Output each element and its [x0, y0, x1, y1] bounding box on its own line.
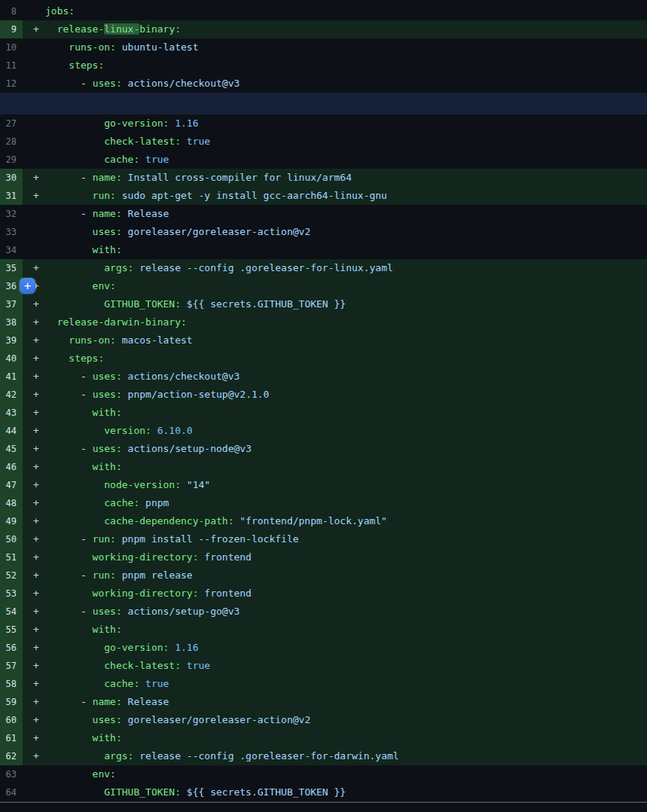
diff-line-48: 48+ cache: pnpm: [0, 494, 647, 512]
line-number[interactable]: 43: [0, 404, 23, 422]
diff-marker: +: [33, 259, 45, 277]
code-token: args:: [45, 262, 133, 273]
code-token: release-darwin-binary:: [45, 316, 187, 328]
code-line: + release-linux-binary:: [23, 20, 647, 38]
code-token: -: [45, 78, 93, 89]
line-number[interactable]: 51: [0, 548, 23, 566]
diff-marker: [33, 151, 45, 169]
diff-line-51: 51+ working-directory: frontend: [0, 548, 647, 566]
code-line: + with:: [23, 729, 647, 747]
line-number[interactable]: 61: [0, 729, 23, 747]
line-number[interactable]: 9: [0, 20, 23, 38]
code-token: check-latest:: [45, 660, 181, 671]
line-number[interactable]: 39: [0, 331, 23, 350]
line-number[interactable]: 11: [0, 56, 23, 75]
line-number[interactable]: 42: [0, 386, 23, 404]
code-token: ubuntu-latest: [116, 41, 199, 53]
code-line: env:: [23, 765, 647, 783]
code-token: cache-dependency-path:: [45, 515, 233, 527]
code-token: "14": [181, 479, 210, 490]
code-token: cache:: [45, 497, 139, 508]
line-number[interactable]: 56: [0, 639, 23, 657]
code-token: with:: [45, 407, 122, 418]
line-number[interactable]: 52: [0, 566, 23, 585]
code-token: release --config .goreleaser-for-darwin.…: [133, 750, 398, 762]
line-number[interactable]: 44: [0, 422, 23, 440]
line-number[interactable]: 28: [0, 133, 23, 151]
diff-marker: +: [33, 458, 45, 476]
code-line: uses: goreleaser/goreleaser-action@v2: [23, 223, 647, 241]
diff-marker: +: [33, 440, 45, 458]
diff-line-12: 12 - uses: actions/checkout@v3: [0, 75, 647, 93]
diff-line-58: 58+ cache: true: [0, 675, 647, 693]
code-token: with:: [45, 461, 122, 472]
line-number[interactable]: 45: [0, 440, 23, 458]
code-token: -: [45, 569, 93, 581]
line-number[interactable]: 8: [0, 2, 23, 20]
line-number[interactable]: 29: [0, 151, 23, 169]
diff-line-29: 29 cache: true: [0, 151, 647, 169]
line-number[interactable]: 49: [0, 512, 23, 530]
diff-marker: +: [33, 313, 45, 331]
line-number[interactable]: 27: [0, 114, 23, 133]
code-line: + with:: [23, 404, 647, 422]
code-line: + env:: [23, 277, 647, 295]
line-number[interactable]: 40: [0, 350, 23, 368]
code-token: steps:: [45, 353, 104, 364]
line-number[interactable]: 55: [0, 621, 23, 639]
add-comment-button[interactable]: +: [20, 278, 35, 294]
code-token: true: [139, 154, 169, 165]
line-number[interactable]: 46: [0, 458, 23, 476]
code-line: steps:: [23, 56, 647, 75]
code-token: "frontend/pnpm-lock.yaml": [233, 515, 387, 527]
line-number[interactable]: 59: [0, 693, 23, 711]
line-number[interactable]: 34: [0, 241, 23, 259]
line-number[interactable]: 48: [0, 494, 23, 512]
line-number[interactable]: 47: [0, 476, 23, 494]
diff-line-31: 31+ run: sudo apt-get -y install gcc-aar…: [0, 187, 647, 205]
line-number[interactable]: 57: [0, 657, 23, 675]
line-number[interactable]: 10: [0, 38, 23, 56]
code-token: version:: [45, 425, 151, 436]
line-number[interactable]: 53: [0, 585, 23, 603]
code-token: with:: [45, 732, 122, 743]
code-token: go-version:: [45, 642, 169, 653]
diff-marker: +: [33, 422, 45, 440]
code-token: actions/setup-node@v3: [122, 443, 252, 454]
expand-hunk-row[interactable]: [0, 93, 647, 114]
line-number[interactable]: 32: [0, 205, 23, 223]
line-number[interactable]: 64: [0, 783, 23, 801]
code-line: + cache: true: [23, 675, 647, 693]
diff-line-59: 59+ - name: Release: [0, 693, 647, 711]
diff-marker: [33, 2, 45, 20]
line-number[interactable]: 62: [0, 747, 23, 765]
line-number[interactable]: 33: [0, 223, 23, 241]
line-number[interactable]: 30: [0, 169, 23, 187]
line-number[interactable]: 60: [0, 711, 23, 729]
code-token: cache:: [45, 154, 139, 165]
diff-line-53: 53+ working-directory: frontend: [0, 585, 647, 603]
code-line: - uses: actions/checkout@v3: [23, 75, 647, 93]
code-token: ${{ secrets.GITHUB_TOKEN }}: [181, 786, 346, 798]
code-token: linux-: [104, 23, 139, 35]
code-line: + check-latest: true: [23, 657, 647, 675]
line-number[interactable]: 12: [0, 75, 23, 93]
line-number[interactable]: 58: [0, 675, 23, 693]
line-number[interactable]: 37: [0, 295, 23, 313]
code-token: go-version:: [45, 118, 169, 129]
line-number[interactable]: 31: [0, 187, 23, 205]
code-line: + release-darwin-binary:: [23, 313, 647, 331]
line-number[interactable]: 63: [0, 765, 23, 783]
line-number[interactable]: 38: [0, 313, 23, 331]
code-token: run:: [93, 533, 116, 545]
diff-marker: [33, 241, 45, 259]
code-token: binary:: [139, 23, 181, 35]
code-token: run:: [93, 569, 116, 581]
code-token: true: [181, 136, 210, 147]
line-number[interactable]: 41: [0, 368, 23, 386]
line-number[interactable]: 54: [0, 603, 23, 621]
line-number[interactable]: 35: [0, 259, 23, 277]
code-token: name:: [93, 696, 122, 707]
line-number[interactable]: 50: [0, 530, 23, 548]
diff-line-47: 47+ node-version: "14": [0, 476, 647, 494]
